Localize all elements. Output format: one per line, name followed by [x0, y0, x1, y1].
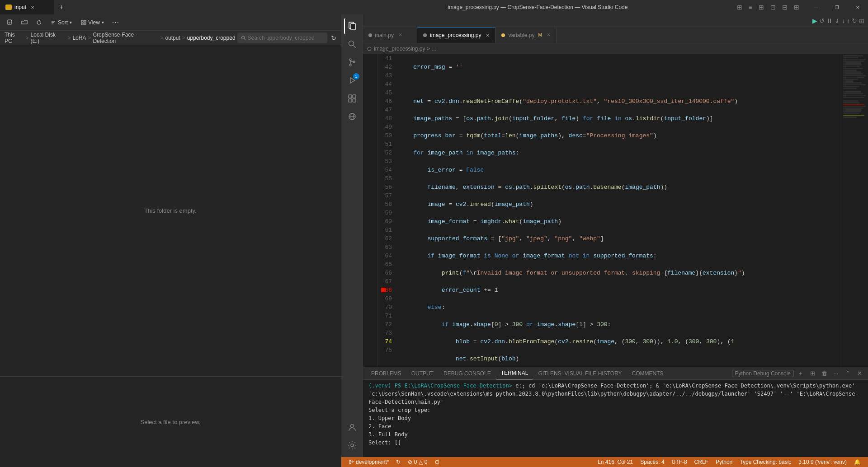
status-language[interactable]: Python	[712, 457, 736, 467]
status-bell[interactable]: 🔔	[850, 457, 864, 467]
code-lines[interactable]: error_msg = '' net = cv2.dnn.readNetFrom…	[397, 54, 841, 367]
status-spaces[interactable]: Spaces: 4	[637, 457, 668, 467]
svg-rect-8	[84, 20, 86, 22]
tab-main-py[interactable]: main.py ✕	[363, 27, 417, 43]
sort-chevron: ▾	[70, 20, 72, 25]
refresh-btn[interactable]	[33, 16, 45, 29]
tab-problems[interactable]: PROBLEMS	[367, 367, 406, 379]
ln-64: 64	[377, 252, 392, 260]
tab-comments[interactable]: COMMENTS	[627, 367, 668, 379]
status-remote[interactable]	[431, 457, 443, 467]
svg-rect-9	[81, 23, 83, 25]
python-debug-console[interactable]: Python Debug Console	[732, 370, 794, 377]
ln-65: 65	[377, 260, 392, 269]
terminal-close-btn[interactable]: ✕	[854, 369, 864, 378]
code-scroll[interactable]: 41 42 43 44 45 46 47 48 49	[377, 54, 841, 367]
breadcrumb-localdisk[interactable]: Local Disk (E:)	[31, 32, 66, 44]
close-btn[interactable]: ✕	[847, 0, 868, 14]
activity-account[interactable]	[344, 419, 360, 435]
tab-image-processing[interactable]: image_processing.py ✕	[417, 27, 495, 43]
terminal-split-btn[interactable]: ⊞	[807, 369, 817, 378]
new-folder-btn[interactable]	[18, 16, 31, 29]
tab-close-var[interactable]: ✕	[547, 32, 551, 38]
status-location[interactable]: Ln 416, Col 21	[594, 457, 637, 467]
debug-step-into-btn[interactable]: ↓	[842, 17, 845, 24]
vsc-icon-4[interactable]: ⊡	[768, 4, 778, 11]
restore-btn[interactable]: ❐	[826, 0, 847, 14]
terminal-content[interactable]: (.venv) PS E:\LoRA\CropSense-Face-Detect…	[363, 380, 868, 457]
status-sync[interactable]: ↻	[392, 457, 404, 467]
sort-btn[interactable]: Sort ▾	[47, 16, 75, 29]
location-text: Ln 416, Col 21	[598, 459, 633, 465]
activity-settings[interactable]	[344, 437, 360, 453]
type-check-text: Type Checking: basic	[740, 459, 791, 465]
view-btn[interactable]: View ▾	[77, 16, 108, 29]
explorer-tab-input[interactable]: input ✕	[0, 0, 54, 14]
ln-62: 62	[377, 234, 392, 243]
term-line-3: 1. Upper Body	[368, 414, 863, 422]
debug-step-out-btn[interactable]: ↑	[847, 17, 850, 24]
breadcrumb-thispc[interactable]: This PC	[5, 32, 24, 44]
explorer-tab-close[interactable]: ✕	[31, 5, 34, 10]
debug-step-over-btn[interactable]: ⤸	[835, 17, 840, 24]
new-file-btn[interactable]	[4, 16, 16, 29]
new-tab-btn[interactable]: +	[54, 3, 69, 11]
explorer-title-area: input ✕ +	[0, 0, 341, 14]
vsc-icon-6[interactable]: ⊞	[791, 4, 802, 11]
tab-debug-console[interactable]: DEBUG CONSOLE	[439, 367, 495, 379]
branch-name: development*	[356, 459, 389, 465]
activity-debug[interactable]: 1	[344, 72, 360, 89]
title-bar: input ✕ + image_processing.py — CropSens…	[0, 0, 868, 14]
tab-output[interactable]: OUTPUT	[407, 367, 438, 379]
vsc-icon-5[interactable]: ⊟	[779, 4, 790, 11]
status-line-ending[interactable]: CRLF	[691, 457, 712, 467]
activity-explorer[interactable]	[344, 18, 360, 34]
folder-icon	[5, 5, 12, 10]
run-btn[interactable]: ▶	[812, 17, 817, 24]
minimize-btn[interactable]: —	[806, 0, 826, 14]
svg-point-29	[351, 444, 354, 447]
ln-71: 71	[377, 312, 392, 320]
debug-restart-btn[interactable]: ↺	[819, 17, 825, 24]
breadcrumb-sep3: >	[88, 35, 91, 41]
more-btn[interactable]: ···	[109, 16, 122, 29]
code-56: if image.shape[0] > 300 or image.shape[1…	[399, 320, 841, 329]
search-input[interactable]	[248, 35, 324, 41]
ln-72: 72	[377, 320, 392, 329]
editor-breadcrumb: image_processing.py > …	[363, 43, 868, 54]
term-line-1: (.venv) PS E:\LoRA\CropSense-Face-Detect…	[368, 382, 863, 406]
terminal-more-btn[interactable]: ···	[831, 369, 841, 378]
tab-variable-py[interactable]: variable.py M ✕	[495, 27, 556, 43]
breadcrumb-folder[interactable]: upperbody_cropped	[187, 35, 236, 41]
terminal-tabs: PROBLEMS OUTPUT DEBUG CONSOLE TERMINAL G…	[363, 367, 868, 380]
terminal-trash-btn[interactable]: 🗑	[819, 369, 829, 378]
status-encoding[interactable]: UTF-8	[668, 457, 691, 467]
tab-close-imgproc[interactable]: ✕	[486, 33, 490, 38]
status-python-version[interactable]: 3.10.9 ('venv': venv)	[795, 457, 850, 467]
activity-extensions[interactable]	[344, 90, 360, 107]
terminal-add-btn[interactable]: +	[796, 369, 806, 378]
vsc-icon-2[interactable]: ≡	[746, 4, 755, 11]
status-errors[interactable]: ⊘ 0 △ 0	[404, 457, 431, 467]
terminal-max-btn[interactable]: ⌃	[843, 369, 853, 378]
debug-layout-btn[interactable]: ⊞	[859, 17, 864, 24]
tab-terminal[interactable]: TERMINAL	[496, 367, 533, 379]
status-branch[interactable]: development*	[345, 457, 392, 467]
vsc-icon-3[interactable]: ⊞	[756, 4, 767, 11]
window-title: image_processing.py — CropSense-Face-Det…	[448, 4, 627, 10]
ln-46: 46	[377, 97, 392, 106]
breadcrumb-project[interactable]: CropSense-Face-Detection	[93, 32, 158, 44]
code-48: filename, extension = os.path.splitext(o…	[399, 183, 841, 191]
activity-git[interactable]	[344, 54, 360, 70]
activity-remote[interactable]	[344, 108, 360, 125]
activity-search[interactable]	[344, 36, 360, 52]
debug-continue-btn[interactable]: ↻	[852, 17, 857, 24]
tab-gitlens[interactable]: GITLENS: VISUAL FILE HISTORY	[533, 367, 626, 379]
breadcrumb-output[interactable]: output	[165, 35, 180, 41]
location-refresh-btn[interactable]: ↻	[331, 34, 336, 42]
status-type-check[interactable]: Type Checking: basic	[736, 457, 795, 467]
tab-close-main[interactable]: ✕	[398, 32, 402, 38]
debug-stop-btn[interactable]: ⏸	[826, 17, 833, 24]
vsc-icon-1[interactable]: ⊞	[734, 4, 745, 11]
breadcrumb-lora[interactable]: LoRA	[72, 35, 86, 41]
